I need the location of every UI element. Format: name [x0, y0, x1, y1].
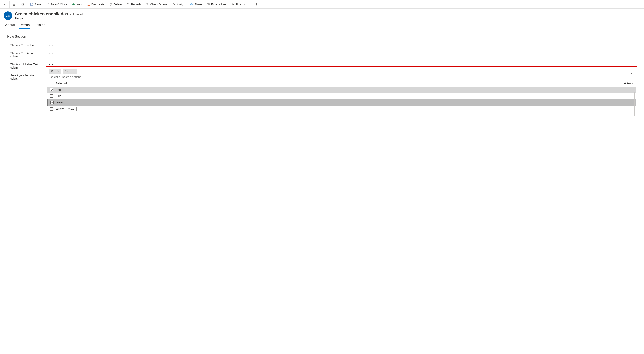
- multiselect-control[interactable]: RedGreen Select all 6 items RedBlueGreen…: [47, 68, 636, 112]
- tab-related[interactable]: Related: [34, 22, 45, 29]
- mail-icon: [206, 3, 210, 6]
- record-header: GC Green chicken enchiladas - Unsaved Re…: [0, 9, 644, 21]
- tab-details[interactable]: Details: [20, 22, 30, 29]
- delete-label: Delete: [114, 3, 122, 6]
- save-close-label: Save & Close: [50, 3, 67, 6]
- multiselect-input[interactable]: [50, 75, 517, 80]
- item-count: 6 items: [624, 82, 633, 85]
- email-link-label: Email a Link: [211, 3, 226, 6]
- highlight-box: RedGreen Select all 6 items RedBlueGreen…: [46, 66, 637, 119]
- option-label: Green: [56, 101, 64, 104]
- popout-button[interactable]: [19, 1, 27, 8]
- trash-icon: [109, 3, 112, 6]
- svg-point-4: [146, 3, 148, 5]
- option-row[interactable]: Green: [48, 99, 636, 106]
- page-title: Green chicken enchiladas: [15, 12, 68, 17]
- arrow-left-icon: [4, 3, 7, 6]
- share-icon: [190, 3, 193, 6]
- select-all-label: Select all: [56, 82, 67, 85]
- option-label: Blue: [56, 94, 61, 98]
- flow-label: Flow: [236, 3, 242, 6]
- refresh-icon: [126, 3, 130, 6]
- svg-point-7: [256, 3, 256, 4]
- svg-point-5: [173, 3, 174, 4]
- tab-general[interactable]: General: [4, 22, 15, 29]
- new-label: New: [76, 3, 82, 6]
- close-icon[interactable]: [73, 70, 76, 73]
- option-row[interactable]: Red: [48, 87, 636, 93]
- svg-point-8: [256, 4, 256, 5]
- pill-label: Green: [64, 70, 72, 73]
- command-bar: Save Save & Close New Deactivate Delete …: [0, 0, 644, 9]
- assign-label: Assign: [177, 3, 185, 6]
- svg-point-9: [256, 5, 256, 6]
- email-link-button[interactable]: Email a Link: [204, 1, 228, 8]
- option-label: Red: [56, 88, 61, 91]
- field-value[interactable]: ---: [49, 63, 282, 66]
- field-value[interactable]: ---: [49, 44, 282, 47]
- field-value[interactable]: ---: [49, 52, 282, 55]
- flow-button[interactable]: Flow: [228, 1, 248, 8]
- divider: [18, 1, 18, 8]
- close-icon[interactable]: [57, 70, 60, 73]
- divider: [27, 1, 27, 8]
- avatar: GC: [4, 12, 12, 20]
- save-button[interactable]: Save: [28, 1, 43, 8]
- option-label: Yellow: [56, 107, 64, 111]
- save-close-button[interactable]: Save & Close: [43, 1, 70, 8]
- deactivate-icon: [87, 3, 90, 6]
- check-access-button[interactable]: Check Access: [143, 1, 170, 8]
- selected-pill: Red: [50, 69, 61, 74]
- option-checkbox[interactable]: [50, 88, 53, 91]
- select-all-checkbox[interactable]: [50, 82, 53, 85]
- multiselect-label: Select your favorite colors: [7, 74, 40, 80]
- tab-bar: General Details Related: [0, 21, 644, 29]
- magnifier-icon: [145, 3, 148, 6]
- new-button[interactable]: New: [70, 1, 84, 8]
- option-row[interactable]: Yellow: [48, 106, 636, 112]
- deactivate-button[interactable]: Deactivate: [84, 1, 107, 8]
- task-pane-button[interactable]: [10, 1, 18, 8]
- entity-name: Recipe: [15, 17, 82, 20]
- option-row[interactable]: Blue: [48, 93, 636, 99]
- field-label: This is a Multi-line Text column: [7, 63, 40, 69]
- scrollbar-thumb[interactable]: [634, 92, 635, 116]
- section: New Section This is a Text column---This…: [4, 31, 640, 158]
- share-button[interactable]: Share: [187, 1, 204, 8]
- delete-button[interactable]: Delete: [107, 1, 124, 8]
- selected-pill: Green: [63, 69, 77, 74]
- refresh-label: Refresh: [131, 3, 141, 6]
- record-state: - Unsaved: [70, 13, 82, 16]
- pill-label: Red: [51, 70, 56, 73]
- flow-icon: [231, 3, 234, 6]
- overflow-button[interactable]: [252, 1, 260, 8]
- section-title: New Section: [7, 35, 637, 39]
- option-checkbox[interactable]: [50, 107, 53, 111]
- assign-button[interactable]: Assign: [170, 1, 187, 8]
- option-checkbox[interactable]: [50, 94, 53, 98]
- page-icon: [12, 3, 16, 6]
- save-icon: [30, 3, 33, 6]
- save-close-icon: [46, 3, 49, 6]
- form-row: This is a Text Area column---: [7, 49, 282, 61]
- check-access-label: Check Access: [150, 3, 167, 6]
- refresh-button[interactable]: Refresh: [124, 1, 143, 8]
- share-label: Share: [194, 3, 202, 6]
- field-label: This is a Text Area column: [7, 52, 40, 58]
- back-button[interactable]: [1, 1, 9, 8]
- chevron-up-icon[interactable]: [630, 72, 632, 76]
- form-row: This is a Text column---: [7, 41, 282, 49]
- deactivate-label: Deactivate: [92, 3, 104, 6]
- option-checkbox[interactable]: [50, 101, 54, 104]
- plus-icon: [72, 3, 75, 6]
- field-label: This is a Text column: [7, 44, 40, 47]
- popout-icon: [21, 3, 24, 6]
- multiselect-list: Select all 6 items RedBlueGreenYellow Gr…: [48, 80, 636, 112]
- svg-rect-2: [87, 3, 89, 5]
- chevron-down-icon: [243, 3, 246, 6]
- assign-icon: [172, 3, 175, 6]
- save-label: Save: [35, 3, 41, 6]
- more-vertical-icon: [255, 3, 258, 6]
